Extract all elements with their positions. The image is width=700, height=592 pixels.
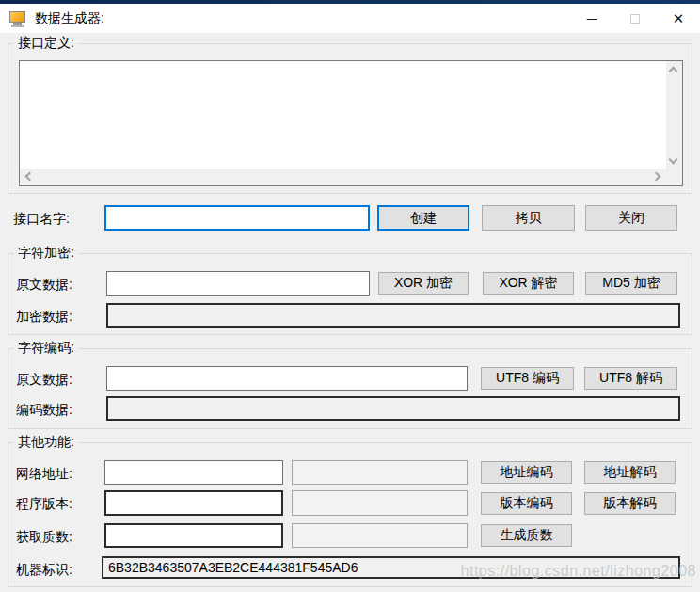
address-encode-button[interactable]: 地址编码: [481, 461, 572, 484]
app-window: 数据生成器: ─ ✕ 接口定义: 接口名字: 创建 拷贝 关闭 字符加密: 原文…: [0, 0, 700, 592]
interface-definition-textarea[interactable]: [20, 61, 666, 169]
encode-source-label: 原文数据:: [16, 372, 72, 389]
horizontal-scrollbar[interactable]: [20, 169, 666, 185]
maximize-icon: [630, 14, 640, 24]
scroll-right-icon[interactable]: [652, 172, 661, 182]
xor-encrypt-button[interactable]: XOR 加密: [378, 272, 469, 295]
interface-name-label: 接口名字:: [13, 211, 70, 228]
machine-id-field[interactable]: [102, 556, 680, 579]
network-address-label: 网络地址:: [16, 466, 72, 483]
other-functions-legend: 其他功能:: [14, 434, 78, 451]
scroll-left-icon[interactable]: [25, 172, 35, 182]
encrypt-source-input[interactable]: [106, 271, 370, 296]
network-address-output[interactable]: [292, 460, 468, 485]
interface-definition-legend: 接口定义:: [14, 35, 78, 52]
encrypt-source-label: 原文数据:: [16, 277, 72, 294]
generate-prime-button[interactable]: 生成质数: [481, 524, 572, 547]
machine-id-label: 机器标识:: [16, 562, 72, 579]
window-title: 数据生成器:: [35, 10, 104, 27]
version-encode-button[interactable]: 版本编码: [481, 492, 572, 515]
vertical-scrollbar[interactable]: [666, 61, 682, 169]
md5-encrypt-button[interactable]: MD5 加密: [585, 272, 677, 295]
network-address-input[interactable]: [104, 460, 283, 485]
create-button[interactable]: 创建: [377, 205, 469, 231]
titlebar[interactable]: 数据生成器: ─ ✕: [0, 4, 700, 33]
scroll-down-icon[interactable]: [669, 155, 678, 165]
address-decode-button[interactable]: 地址解码: [584, 461, 676, 484]
get-prime-output[interactable]: [292, 523, 468, 548]
encrypt-result-label: 加密数据:: [16, 309, 72, 326]
encode-source-input[interactable]: [106, 366, 468, 391]
scrollbar-corner: [666, 169, 682, 185]
get-prime-input[interactable]: [104, 523, 283, 548]
app-icon: [9, 10, 28, 27]
get-prime-label: 获取质数:: [16, 529, 72, 546]
program-version-label: 程序版本:: [16, 496, 72, 513]
xor-decrypt-button[interactable]: XOR 解密: [483, 272, 574, 295]
scroll-up-icon[interactable]: [669, 67, 678, 76]
char-encrypt-legend: 字符加密:: [14, 245, 78, 262]
encode-result-field[interactable]: [106, 396, 680, 421]
minimize-button[interactable]: ─: [570, 4, 613, 33]
interface-definition-textarea-frame: [19, 60, 683, 186]
encrypt-result-field[interactable]: [106, 303, 680, 328]
char-encode-legend: 字符编码:: [14, 340, 78, 357]
utf8-encode-button[interactable]: UTF8 编码: [481, 367, 574, 390]
close-window-button[interactable]: 关闭: [585, 205, 677, 231]
close-button[interactable]: ✕: [657, 4, 700, 33]
encode-result-label: 编码数据:: [16, 402, 72, 419]
version-decode-button[interactable]: 版本解码: [584, 492, 676, 515]
maximize-button: [613, 4, 657, 33]
computer-icon: [9, 11, 25, 23]
copy-button[interactable]: 拷贝: [482, 205, 575, 231]
program-version-output[interactable]: [292, 490, 468, 516]
utf8-decode-button[interactable]: UTF8 解码: [584, 367, 677, 390]
interface-name-input[interactable]: [104, 205, 370, 231]
program-version-input[interactable]: [104, 490, 283, 516]
